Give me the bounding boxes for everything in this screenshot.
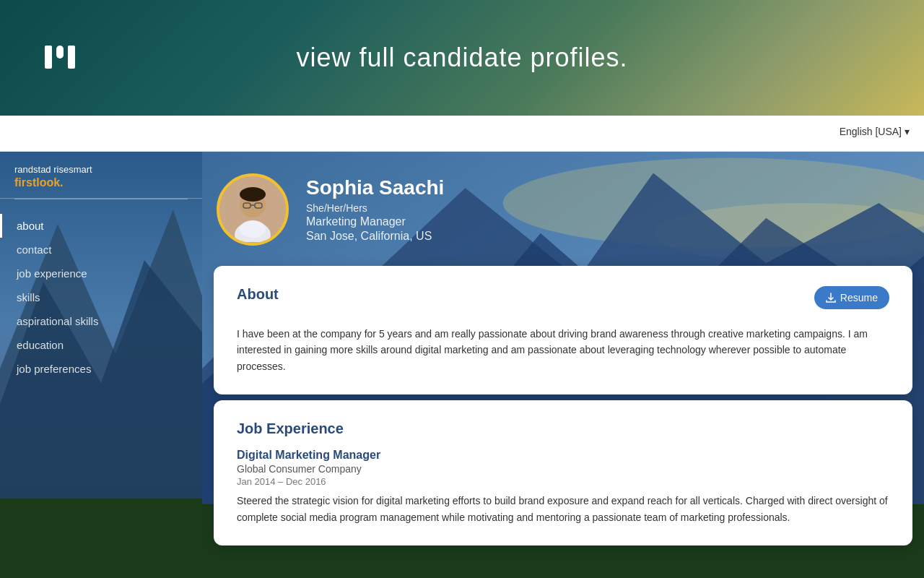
job-experience-title: Job Experience [237, 420, 889, 437]
brand-logo [43, 40, 87, 76]
candidate-title: Marketing Manager [306, 215, 444, 228]
job-title: Digital Marketing Manager [237, 449, 889, 462]
nav-brand: randstad risesmart firstlook. [0, 152, 202, 199]
download-icon [826, 293, 836, 303]
nav-item-job-experience[interactable]: job experience [0, 262, 202, 285]
svg-rect-2 [68, 46, 75, 69]
resume-button-label: Resume [840, 292, 878, 303]
about-text: I have been at the company for 5 years a… [237, 326, 889, 374]
brand-highlight: firstlook. [14, 176, 188, 189]
svg-point-22 [240, 187, 266, 202]
chevron-down-icon: ▾ [905, 126, 910, 137]
job-entry: Digital Marketing Manager Global Consume… [237, 449, 889, 525]
profile-header: Sophia Saachi She/Her/Hers Marketing Man… [202, 152, 924, 260]
candidate-avatar [217, 173, 289, 246]
inner-app: English [USA] ▾ [0, 116, 924, 578]
nav-item-education[interactable]: education [0, 333, 202, 357]
job-company: Global Consumer Company [237, 463, 889, 475]
top-banner: view full candidate profiles. [0, 0, 924, 116]
avatar-image [220, 177, 285, 242]
job-dates: Jan 2014 – Dec 2016 [237, 476, 889, 487]
candidate-name: Sophia Saachi [306, 176, 444, 199]
about-card: About Resume I have been at the company … [214, 266, 912, 394]
language-label: English [USA] [840, 126, 902, 137]
nav-item-contact[interactable]: contact [0, 238, 202, 262]
language-selector[interactable]: English [USA] ▾ [840, 126, 910, 137]
candidate-pronouns: She/Her/Hers [306, 202, 444, 214]
job-listing: Digital Marketing Manager Global Consume… [237, 449, 889, 525]
candidate-location: San Jose, California, US [306, 230, 444, 243]
nav-item-skills[interactable]: skills [0, 285, 202, 309]
job-description: Steered the strategic vision for digital… [237, 493, 889, 525]
resume-button[interactable]: Resume [814, 286, 889, 309]
banner-title: view full candidate profiles. [296, 43, 627, 73]
about-title: About [237, 286, 279, 303]
job-experience-card: Job Experience Digital Marketing Manager… [214, 400, 912, 545]
svg-rect-1 [56, 46, 64, 59]
inner-header: English [USA] ▾ [0, 116, 924, 152]
main-content[interactable]: Sophia Saachi She/Her/Hers Marketing Man… [202, 152, 924, 578]
nav-item-about[interactable]: about [0, 214, 202, 238]
svg-point-26 [240, 220, 266, 238]
nav-item-job-preferences[interactable]: job preferences [0, 357, 202, 381]
about-card-header: About Resume [237, 286, 889, 314]
nav-item-aspirational-skills[interactable]: aspirational skills [0, 309, 202, 333]
svg-rect-0 [45, 46, 52, 69]
nav-menu: aboutcontactjob experienceskillsaspirati… [0, 199, 202, 395]
svg-marker-7 [0, 499, 202, 578]
profile-info: Sophia Saachi She/Her/Hers Marketing Man… [306, 176, 444, 243]
inner-body: randstad risesmart firstlook. aboutconta… [0, 152, 924, 578]
brand-name: randstad risesmart [14, 163, 188, 176]
sidebar: randstad risesmart firstlook. aboutconta… [0, 152, 202, 578]
